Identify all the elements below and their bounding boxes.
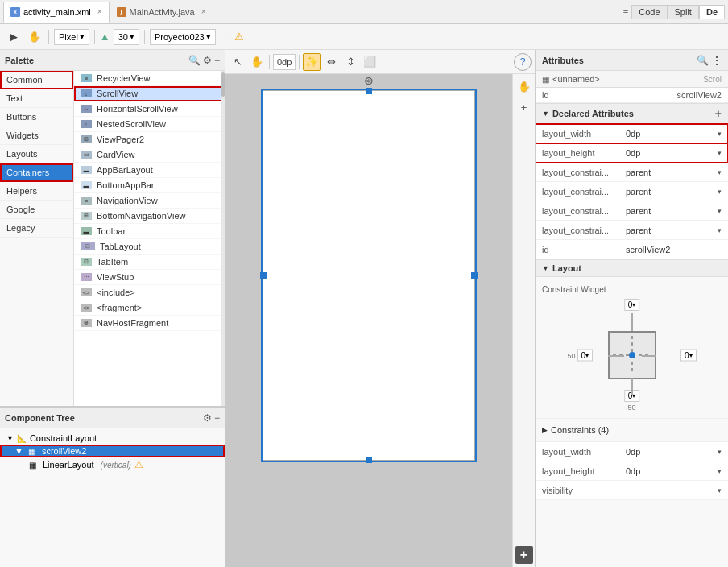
magic-wand-btn[interactable]: ✨: [303, 53, 321, 71]
code-view-tab[interactable]: Code: [631, 5, 667, 19]
attr-constrai-1-value[interactable]: parent: [623, 167, 718, 178]
handle-top[interactable]: [366, 88, 372, 94]
tree-item-constraintlayout[interactable]: ▼ 📐 ConstraintLayout: [0, 432, 225, 445]
attr-constrai-1-arrow[interactable]: ▾: [718, 168, 722, 176]
tree-item-scrollview2[interactable]: ▼ ▦ scrollView2: [0, 445, 225, 457]
attr-visibility-arrow[interactable]: ▾: [718, 486, 722, 495]
comp-cardview[interactable]: ▭ CardView: [74, 147, 225, 163]
select-mode-btn[interactable]: ▶: [5, 28, 23, 46]
toolbar-sep1: [48, 30, 49, 44]
comp-navhostfragment[interactable]: ⊕ NavHostFragment: [74, 316, 225, 331]
palette-cat-widgets[interactable]: Widgets: [0, 126, 73, 145]
component-tree-minimize-icon[interactable]: −: [214, 412, 220, 424]
attr-scroll-area[interactable]: ▦ <unnamed> Scrol id scrollView2 ▼ Decla…: [536, 71, 728, 567]
distribute-v-btn[interactable]: ⇕: [341, 53, 359, 71]
comp-navview[interactable]: ≡ NavigationView: [74, 193, 225, 209]
palette-cat-text[interactable]: Text: [0, 89, 73, 108]
comp-tabitem[interactable]: ⊡ TabItem: [74, 255, 225, 270]
palette-search-icon[interactable]: 🔍: [188, 55, 201, 66]
comp-fragment[interactable]: <> <fragment>: [74, 300, 225, 316]
comp-include[interactable]: <> <include>: [74, 285, 225, 300]
tab-java-close[interactable]: ×: [201, 7, 206, 16]
attr-layout-height-name: layout_height: [542, 148, 623, 158]
zoom-in-btn[interactable]: +: [515, 98, 533, 116]
palette-cat-helpers[interactable]: Helpers: [0, 182, 73, 201]
palette-cat-legacy[interactable]: Legacy: [0, 219, 73, 238]
select-tool-btn[interactable]: ↖: [229, 53, 246, 71]
attr-constrai-2-arrow[interactable]: ▾: [718, 188, 722, 196]
comp-bottomappbar[interactable]: ▬ BottomAppBar: [74, 178, 225, 193]
attr-bottom-width-arrow[interactable]: ▾: [718, 448, 722, 456]
component-tree-settings-icon[interactable]: ⚙: [203, 412, 212, 424]
attr-layout-height-val-wrapper: 0dp ▾: [623, 147, 722, 159]
palette-scrollbar[interactable]: [221, 71, 225, 406]
attr-constrai-3-value[interactable]: parent: [623, 205, 718, 217]
handle-right[interactable]: [471, 272, 478, 279]
distribute-h-btn[interactable]: ⇔: [322, 53, 340, 71]
api-level-selector[interactable]: 30 ▾: [114, 29, 139, 45]
zero-dp-label[interactable]: 0dp: [273, 54, 296, 70]
tab-mainactivity-java[interactable]: j MainActivity.java ×: [110, 2, 213, 23]
attr-menu-icon[interactable]: ⋮: [712, 55, 722, 66]
comp-recyclerview[interactable]: ≡ RecyclerView: [74, 71, 225, 86]
attr-layout-height-value[interactable]: 0dp: [623, 147, 718, 159]
constraint-left-input[interactable]: 0 ▾: [577, 350, 594, 362]
add-attr-btn[interactable]: +: [715, 107, 722, 120]
project-selector[interactable]: Proyecto023 ▾: [150, 29, 216, 45]
palette-cat-common[interactable]: Common: [0, 71, 73, 89]
handle-left[interactable]: [260, 272, 267, 279]
attr-search-icon[interactable]: 🔍: [697, 55, 709, 66]
constraint-top-input[interactable]: 0 ▾: [624, 299, 640, 311]
comp-tablayout[interactable]: ⊟ TabLayout: [74, 239, 225, 255]
attr-bottom-height-value[interactable]: 0dp: [623, 466, 718, 477]
comp-horizontalscrollview[interactable]: ↔ HorizontalScrollView: [74, 101, 225, 117]
comp-viewstub[interactable]: ⋯ ViewStub: [74, 270, 225, 285]
constraint-right-input[interactable]: 0 ▾: [680, 350, 697, 362]
attr-layout-width-value[interactable]: 0dp: [623, 128, 718, 139]
toolbar-sep2: [94, 30, 95, 44]
attr-id-attr-value[interactable]: scrollView2: [623, 244, 722, 255]
tree-item-linearlayout[interactable]: ▦ LinearLayout (vertical) ⚠: [0, 457, 225, 472]
palette-settings-icon[interactable]: ⚙: [203, 55, 212, 66]
comp-appbar[interactable]: ▬ AppBarLayout: [74, 163, 225, 178]
tab-activity-xml[interactable]: x activity_main.xml ×: [3, 2, 110, 23]
add-component-btn[interactable]: +: [515, 546, 533, 564]
palette-inner: Common Text Buttons Widgets Layouts Cont…: [0, 71, 225, 406]
attr-bottom-width-value[interactable]: 0dp: [623, 446, 718, 457]
attr-visibility-value[interactable]: [623, 490, 718, 491]
device-frame[interactable]: [263, 90, 475, 461]
vp-icon: ⊞: [81, 135, 92, 143]
pixel-dropdown-arrow: ▾: [80, 31, 85, 42]
handle-bottom[interactable]: [366, 457, 372, 463]
attr-layout-height-arrow[interactable]: ▾: [718, 149, 722, 157]
pixel-selector[interactable]: Pixel ▾: [54, 29, 89, 45]
attr-constrai-4-value[interactable]: parent: [623, 225, 718, 236]
attr-layout-width-arrow[interactable]: ▾: [718, 130, 722, 138]
attr-constrai-3-arrow[interactable]: ▾: [718, 207, 722, 215]
scrollview-tree-icon: ▦: [28, 447, 35, 456]
palette-cat-buttons[interactable]: Buttons: [0, 108, 73, 126]
comp-viewpager2[interactable]: ⊞ ViewPager2: [74, 132, 225, 147]
pan-canvas-btn[interactable]: ✋: [515, 77, 533, 95]
attr-constrai-4-arrow[interactable]: ▾: [718, 226, 722, 234]
split-view-tab[interactable]: Split: [668, 5, 699, 19]
palette-minimize-icon[interactable]: −: [214, 55, 220, 66]
comp-scrollview[interactable]: ↕ ScrollView: [74, 86, 225, 101]
canvas-help-btn[interactable]: ?: [514, 53, 532, 71]
palette-cat-layouts[interactable]: Layouts: [0, 145, 73, 163]
align-btn[interactable]: ⬜: [361, 53, 378, 71]
constraint-left: 50 0 ▾: [568, 350, 594, 362]
attr-constrai-2-value[interactable]: parent: [623, 186, 718, 197]
tab-xml-close[interactable]: ×: [97, 7, 102, 16]
pan-tool-btn[interactable]: ✋: [248, 53, 266, 71]
palette-cat-google[interactable]: Google: [0, 201, 73, 219]
pan-mode-btn[interactable]: ✋: [26, 28, 43, 46]
comp-bottomnav[interactable]: ⊞ BottomNavigationView: [74, 209, 225, 224]
card-icon: ▭: [81, 151, 92, 159]
constraints-header[interactable]: ▶ Constraints (4): [542, 422, 722, 438]
design-view-tab[interactable]: De: [699, 5, 725, 19]
palette-cat-containers[interactable]: Containers: [0, 163, 73, 182]
comp-nestedscrollview[interactable]: ↕ NestedScrollView: [74, 117, 225, 132]
comp-toolbar[interactable]: ▬ Toolbar: [74, 224, 225, 239]
attr-bottom-height-arrow[interactable]: ▾: [718, 467, 722, 475]
